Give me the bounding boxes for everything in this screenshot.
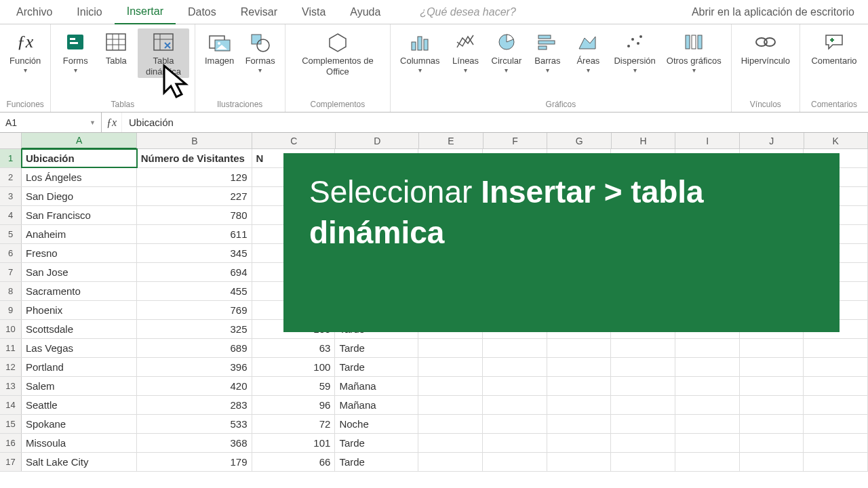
cell[interactable]: 455	[137, 282, 252, 300]
cell[interactable]	[611, 339, 675, 357]
row-header[interactable]: 7	[0, 263, 22, 281]
column-header-K[interactable]: K	[804, 133, 869, 148]
cell[interactable]	[483, 358, 547, 376]
row-header[interactable]: 4	[0, 206, 22, 224]
cell[interactable]	[675, 396, 740, 414]
cell[interactable]	[418, 415, 483, 433]
tabla-dinamica-button[interactable]: Tabla dinámica	[138, 28, 189, 78]
cell[interactable]: Tarde	[335, 434, 418, 452]
row-header[interactable]: 10	[0, 320, 22, 338]
cell[interactable]: 63	[252, 339, 336, 357]
cell[interactable]: San Francisco	[22, 206, 137, 224]
cell[interactable]: Mañana	[335, 396, 418, 414]
cell[interactable]: Tarde	[335, 453, 418, 471]
columnas-button[interactable]: Columnas▾	[396, 28, 444, 76]
cell[interactable]: 368	[137, 434, 252, 452]
cell[interactable]	[804, 358, 868, 376]
row-header[interactable]: 9	[0, 301, 22, 319]
cell[interactable]: Los Ángeles	[22, 168, 137, 186]
cell[interactable]	[675, 339, 740, 357]
cell[interactable]	[611, 396, 675, 414]
cell[interactable]	[483, 339, 547, 357]
cell[interactable]: 179	[137, 453, 252, 471]
row-header[interactable]: 8	[0, 282, 22, 300]
barras-button[interactable]: Barras▾	[528, 28, 566, 76]
cell[interactable]	[483, 415, 547, 433]
cell[interactable]	[547, 453, 612, 471]
cell[interactable]	[483, 434, 547, 452]
cell[interactable]: Salt Lake City	[22, 453, 137, 471]
formas-button[interactable]: Formas▾	[241, 28, 279, 76]
cell[interactable]: 59	[252, 377, 336, 395]
cell[interactable]	[547, 339, 612, 357]
tab-revisar[interactable]: Revisar	[229, 0, 290, 24]
cell[interactable]	[740, 339, 804, 357]
cell[interactable]	[418, 377, 483, 395]
cell[interactable]: 694	[137, 263, 252, 281]
cell[interactable]	[740, 377, 804, 395]
cell[interactable]: 227	[137, 187, 252, 205]
tab-ayuda[interactable]: Ayuda	[338, 0, 393, 24]
funcion-button[interactable]: ƒx Función▾	[5, 28, 45, 76]
cell[interactable]: Ubicación	[22, 149, 137, 167]
tab-insertar[interactable]: Insertar	[115, 1, 176, 24]
imagen-button[interactable]: Imagen	[201, 28, 239, 68]
cell[interactable]: 780	[137, 206, 252, 224]
cell[interactable]	[547, 434, 612, 452]
cell[interactable]: 325	[137, 320, 252, 338]
cell[interactable]	[547, 377, 612, 395]
cell[interactable]: 72	[252, 415, 336, 433]
lineas-button[interactable]: Líneas▾	[447, 28, 485, 76]
cell[interactable]	[611, 358, 675, 376]
cell[interactable]	[675, 415, 740, 433]
cell[interactable]: 769	[137, 301, 252, 319]
otros-graficos-button[interactable]: Otros gráficos▾	[663, 28, 726, 76]
row-header[interactable]: 17	[0, 453, 22, 471]
cell[interactable]	[611, 377, 675, 395]
cell[interactable]: 283	[137, 396, 252, 414]
column-header-E[interactable]: E	[419, 133, 484, 148]
dispersion-button[interactable]: Dispersión▾	[610, 28, 659, 76]
row-header[interactable]: 12	[0, 358, 22, 376]
cell[interactable]	[740, 358, 804, 376]
column-header-H[interactable]: H	[612, 133, 676, 148]
cell[interactable]: San Jose	[22, 263, 137, 281]
cell[interactable]	[675, 358, 740, 376]
cell[interactable]	[418, 453, 483, 471]
cell[interactable]	[804, 339, 868, 357]
cell[interactable]: 66	[252, 453, 336, 471]
column-header-F[interactable]: F	[484, 133, 548, 148]
tabla-button[interactable]: Tabla	[97, 28, 135, 68]
cell[interactable]	[418, 339, 483, 357]
cell[interactable]: 420	[137, 377, 252, 395]
cell[interactable]: 396	[137, 358, 252, 376]
circular-button[interactable]: Circular▾	[488, 28, 526, 76]
cell[interactable]	[675, 377, 740, 395]
cell[interactable]: Spokane	[22, 415, 137, 433]
row-header[interactable]: 6	[0, 244, 22, 262]
cell[interactable]: 611	[137, 225, 252, 243]
cell[interactable]: Scottsdale	[22, 320, 137, 338]
cell[interactable]: Las Vegas	[22, 339, 137, 357]
tab-archivo[interactable]: Archivo	[4, 0, 64, 24]
cell[interactable]: San Diego	[22, 187, 137, 205]
cell[interactable]: Sacramento	[22, 282, 137, 300]
forms-button[interactable]: Forms▾	[56, 28, 94, 76]
row-header[interactable]: 16	[0, 434, 22, 452]
column-header-I[interactable]: I	[675, 133, 740, 148]
cell[interactable]: Salem	[22, 377, 137, 395]
row-header[interactable]: 13	[0, 377, 22, 395]
column-header-D[interactable]: D	[336, 133, 419, 148]
cell[interactable]	[483, 377, 547, 395]
cell[interactable]: Anaheim	[22, 225, 137, 243]
cell[interactable]: Mañana	[335, 377, 418, 395]
cell[interactable]: 345	[137, 244, 252, 262]
column-header-A[interactable]: A	[22, 133, 137, 149]
cell[interactable]	[675, 453, 740, 471]
open-desktop-app[interactable]: Abrir en la aplicación de escritorio	[679, 0, 864, 24]
column-header-C[interactable]: C	[252, 133, 336, 148]
cell[interactable]	[418, 396, 483, 414]
tab-vista[interactable]: Vista	[290, 0, 338, 24]
cell[interactable]: 100	[252, 358, 336, 376]
cell[interactable]: 101	[252, 434, 336, 452]
